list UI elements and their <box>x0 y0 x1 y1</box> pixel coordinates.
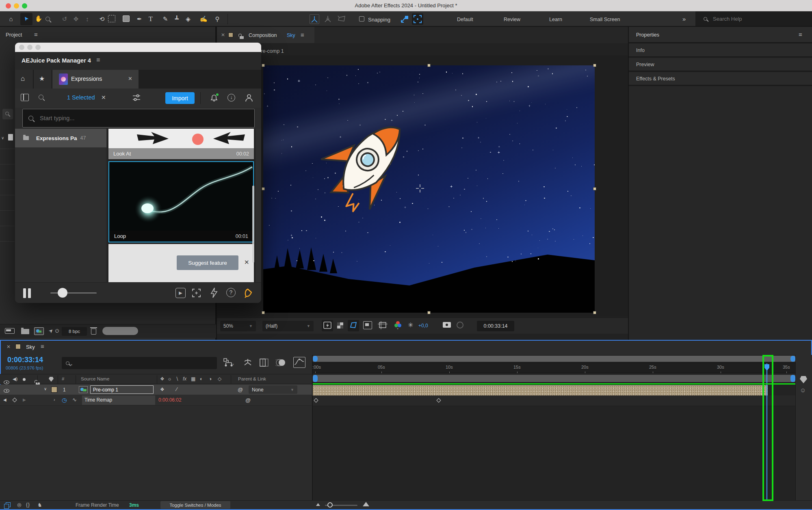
clear-selection-icon[interactable]: ✕ <box>101 94 106 101</box>
sidebar-toggle-icon[interactable] <box>21 94 29 101</box>
view-axis-mode[interactable] <box>337 14 346 24</box>
preset-item-look-at[interactable]: Look At 00:02 <box>108 129 254 159</box>
project-scrollbar-thumb[interactable] <box>102 327 138 335</box>
world-axis-mode[interactable] <box>323 14 332 24</box>
eraser-tool[interactable]: ◈ <box>183 15 193 23</box>
timeline-zoom-knob[interactable] <box>327 502 333 508</box>
preset-list-scrollbar[interactable] <box>252 186 254 263</box>
selection-handle[interactable] <box>427 311 431 314</box>
work-area-end-handle[interactable] <box>790 375 795 382</box>
roto-brush-tool[interactable]: ✍ <box>198 15 209 23</box>
frame-blending-icon[interactable] <box>259 358 269 368</box>
zoom-out-mountain-icon[interactable] <box>316 503 320 506</box>
interpret-footage-icon[interactable] <box>5 328 15 334</box>
rotation-tool[interactable]: ⟲ <box>97 15 107 23</box>
sidebar-item-expressions-pack[interactable]: Expressions Pa 47 <box>15 129 106 147</box>
new-folder-icon[interactable] <box>21 329 29 334</box>
selected-count[interactable]: 1 Selected <box>67 94 95 101</box>
type-tool[interactable]: T <box>145 15 156 23</box>
account-icon[interactable] <box>245 93 253 103</box>
rectangle-tool[interactable] <box>123 15 130 22</box>
composition-tab-close-icon[interactable]: ✕ <box>221 32 225 38</box>
project-item-thumbnail[interactable] <box>8 134 13 140</box>
layer-visibility-toggle[interactable] <box>4 389 9 393</box>
selection-handle[interactable] <box>593 311 596 314</box>
time-navigator-bar[interactable] <box>313 356 795 362</box>
puppet-pin-tool[interactable]: ⚲ <box>212 15 223 23</box>
project-search-button[interactable] <box>2 109 13 119</box>
resolution-dropdown[interactable]: (Half)▼ <box>262 321 314 331</box>
quick-actions-lightning-icon[interactable] <box>210 287 218 299</box>
preset-item-loop[interactable]: Loop 00:01 <box>108 161 254 242</box>
workspace-tab-default[interactable]: Default <box>457 17 473 22</box>
collapse-transformations-switch[interactable]: ❖ <box>160 387 165 392</box>
crop-region-button[interactable] <box>378 321 388 331</box>
trash-icon[interactable] <box>91 328 96 335</box>
help-button[interactable]: ? <box>226 288 236 297</box>
layer-duration-bar[interactable] <box>313 385 768 395</box>
motion-blur-icon[interactable] <box>275 358 286 368</box>
add-keyframe-diamond[interactable] <box>12 398 17 402</box>
unlock-icon[interactable] <box>240 36 244 39</box>
properties-panel-menu-icon[interactable]: ≡ <box>799 31 802 37</box>
anchor-point-icon[interactable] <box>416 184 424 192</box>
work-area-start-handle[interactable] <box>313 375 318 382</box>
exposure-reset-icon[interactable]: ✳ <box>408 321 413 329</box>
zoom-in-mountain-icon[interactable] <box>363 502 369 506</box>
layer-name-box[interactable]: Pre-comp 1 <box>90 385 154 394</box>
power-icon[interactable]: ⏻ <box>55 328 59 334</box>
timeline-tab-name[interactable]: Sky <box>26 344 35 350</box>
composition-viewer[interactable]: ++++++++++++++ <box>217 55 628 317</box>
pan-camera-tool[interactable]: ✥ <box>71 15 81 23</box>
expand-layers-icon[interactable] <box>6 502 11 507</box>
camera-tool[interactable] <box>108 15 115 22</box>
brush-tool[interactable]: ✎ <box>160 15 171 23</box>
help-search-input[interactable] <box>712 15 793 22</box>
fit-view-button[interactable] <box>191 288 201 299</box>
prev-keyframe-arrow[interactable]: ◀ <box>3 398 6 402</box>
preview-timecode-box[interactable]: 0:00:33:14 <box>477 321 514 331</box>
inactive-traffic-light[interactable] <box>35 45 41 50</box>
index-column-header[interactable]: # <box>62 376 64 381</box>
parent-dropdown[interactable]: None ▼ <box>249 385 297 394</box>
transform-knight-icon[interactable]: ♞ <box>37 502 42 508</box>
project-panel-menu-icon[interactable]: ≡ <box>34 31 38 37</box>
timeline-tab-close-icon[interactable]: ✕ <box>6 344 11 350</box>
in-out-panel-icon[interactable]: ◎ <box>17 502 21 508</box>
region-of-interest-button[interactable] <box>363 321 372 329</box>
render-settings-icon[interactable]: { } <box>26 502 30 508</box>
toggle-switches-modes-button[interactable]: Toggle Switches / Modes <box>160 501 230 509</box>
aejuice-window[interactable]: AEJuice Pack Manager 4 ≡ ⌂ ★ Expressions… <box>15 43 261 303</box>
proxy-icon[interactable]: ➤ <box>47 327 54 334</box>
preview-window-button[interactable]: ▶ <box>175 288 186 298</box>
time-ruler[interactable]: 0:00s 05s 10s 15s 20s 25s 30s 35s <box>313 363 795 373</box>
quality-switch[interactable]: ∕ <box>176 386 177 392</box>
suggest-feature-button[interactable]: Suggest feature <box>177 255 238 270</box>
property-expander-chevron[interactable]: › <box>54 397 55 402</box>
slider-knob[interactable] <box>58 288 67 298</box>
clone-stamp-tool[interactable]: ┻ <box>171 15 182 23</box>
aejuice-home-tab[interactable]: ⌂ <box>15 70 33 89</box>
property-pickwhip-icon[interactable]: @ <box>245 397 251 403</box>
panel-header-preview[interactable]: Preview <box>629 58 812 71</box>
suggest-close-icon[interactable]: ✕ <box>244 259 249 266</box>
project-item-expander[interactable]: ∨ <box>1 136 4 140</box>
keyframe-diamond[interactable] <box>436 398 441 402</box>
dolly-camera-tool[interactable]: ↕ <box>82 15 93 22</box>
stopwatch-icon[interactable]: ◷ <box>62 397 67 403</box>
next-keyframe-arrow[interactable]: ▶ <box>23 398 26 402</box>
layer-row-pre-comp[interactable]: ∨ 1 Pre-comp 1 ❖ ∕ @ None ▼ <box>0 385 312 395</box>
timeline-search-box[interactable]: ▾ <box>62 357 217 369</box>
snapping-checkbox[interactable] <box>359 16 364 22</box>
source-name-column-header[interactable]: Source Name <box>81 376 109 381</box>
timeline-search-input[interactable] <box>72 360 198 367</box>
keyframe-diamond[interactable] <box>314 398 318 402</box>
layer-label-chip[interactable] <box>51 387 57 393</box>
timeline-track-area[interactable]: 0:00s 05s 10s 15s 20s 25s 30s 35s <box>313 355 795 500</box>
snapping-options-icon[interactable] <box>400 14 409 25</box>
property-value[interactable]: 0:00:06:02 <box>158 397 182 403</box>
magnification-dropdown[interactable]: 50%▼ <box>220 321 256 331</box>
current-timecode[interactable]: 0:00:33:14 <box>7 356 43 364</box>
downloads-icon[interactable]: ↓ <box>227 94 235 102</box>
workspace-overflow-chevron[interactable]: » <box>682 15 686 22</box>
